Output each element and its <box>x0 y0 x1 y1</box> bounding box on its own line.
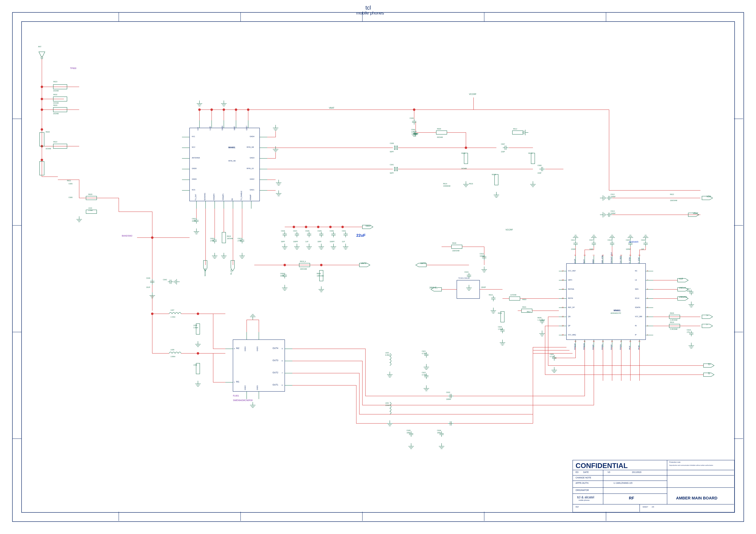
svg-point-52 <box>320 264 322 266</box>
vapc-net: VAPC <box>361 262 366 265</box>
synth-pin: 22 <box>562 316 564 318</box>
c620r: C620 <box>626 239 630 241</box>
svg-point-39 <box>247 108 249 111</box>
c627r: C627 <box>293 230 297 232</box>
synth-pin: 3 <box>647 316 648 318</box>
synth-pin: 15 <box>629 254 631 256</box>
synth-pin: 9 <box>575 254 576 256</box>
r601v: 0/OHM <box>461 168 467 169</box>
c624v: 10P <box>641 248 644 250</box>
pa-b1: TX_EN7 <box>195 194 197 200</box>
svg-point-54 <box>197 352 199 354</box>
im: I- <box>707 323 708 326</box>
l610-val: 27NH <box>88 210 93 211</box>
synth-pin: NC <box>635 270 637 272</box>
c631v: 1UF <box>342 241 345 242</box>
synth-pin: VAPC <box>568 279 572 281</box>
qp: Q+ <box>708 363 711 365</box>
svg-point-30 <box>41 57 43 59</box>
c640r: C640 <box>411 129 415 130</box>
tcxo: TCXO-2.5X2.0 <box>458 277 469 279</box>
svg-rect-40 <box>394 146 395 150</box>
synth-pin: RXIGN <box>620 344 621 350</box>
r604r: R604 <box>317 273 321 274</box>
svg-point-21 <box>40 128 43 131</box>
ed-v: V3 <box>608 471 610 473</box>
r613r: R613 <box>528 152 532 154</box>
vbat3: VBAT <box>693 212 698 214</box>
c609v: 4.7UF <box>550 356 554 357</box>
r635r: R635 <box>537 317 541 319</box>
synth-ref: MN601 <box>614 309 620 312</box>
c626r: C626 <box>281 230 285 232</box>
synth-pin: VCC_REF <box>568 270 576 272</box>
c609r: C609 <box>550 353 554 355</box>
c628r: C628 <box>305 230 309 232</box>
r622r: R622 <box>670 193 674 195</box>
l607v: 2.2NH <box>171 316 175 318</box>
pa-b7: VRAMP <box>250 194 251 200</box>
synth-pin: LE <box>635 279 637 281</box>
pa-t3: GND6 <box>221 126 223 130</box>
protection: Protection note <box>669 461 681 463</box>
fl-o4: OUT4 <box>273 347 278 350</box>
change: CHANGE NOTE <box>576 476 591 479</box>
svg-point-19 <box>40 98 43 100</box>
l610-ref: L610 <box>88 207 92 209</box>
r635v: 1.2KOHM <box>537 319 545 321</box>
wires-svg <box>0 0 756 534</box>
synth-part: AD6548XCPZ <box>610 312 621 314</box>
board-title: AMBER MAIN BOARD <box>676 496 717 500</box>
r604v: 14KOHM <box>317 275 324 277</box>
c629r: C629 <box>317 230 321 232</box>
name: LI JIAN,ZHANG LEI <box>614 482 633 484</box>
synth-pin: QP <box>568 325 570 326</box>
confidential: CONFIDENTIAL <box>576 462 628 470</box>
pa-t2: LLHK <box>209 126 211 130</box>
big-22uf: 22uF <box>356 233 365 238</box>
c637v: 100P <box>589 248 593 250</box>
c635v: 18PF <box>407 432 411 434</box>
r630r: R630 <box>452 242 456 244</box>
pa-ref: MA601 <box>229 146 235 149</box>
reproduction: Reproduction and communication forbidden… <box>669 464 713 466</box>
logo-bot: mobile phones <box>579 499 590 501</box>
sheet-lbl: SHEET <box>642 506 648 508</box>
pa-l6: NC5 <box>192 189 195 191</box>
synth-pin: QN <box>568 316 571 318</box>
synth-pin: IAUM <box>638 346 640 350</box>
svg-point-35 <box>198 108 201 111</box>
r616r: R616 <box>469 183 473 184</box>
c611v: 2200P <box>571 248 576 250</box>
synth-pin: REFIN <box>568 297 573 299</box>
synth-pin: REFINA <box>568 288 574 290</box>
vapc2: VAPC <box>420 262 426 265</box>
svg-point-47 <box>305 226 307 228</box>
synth-pin: 21 <box>562 306 564 308</box>
r633-val: 0/OHM <box>53 113 59 115</box>
synth-pin: VCC_BBQ <box>568 334 576 336</box>
vccrf2: VCCRF <box>505 229 513 231</box>
synth-pin: RXIDN <box>601 345 603 350</box>
fl-o1n: 6 <box>282 384 283 386</box>
ed: ED <box>576 471 579 473</box>
r634-val: 0/OHM <box>46 148 51 150</box>
pa-b3: VRAMP2 <box>213 194 215 200</box>
svg-rect-43 <box>397 167 397 171</box>
c637r: C637 <box>589 239 593 241</box>
synth-pin: SDATA <box>635 306 640 308</box>
c636r: C636 <box>390 142 394 144</box>
fl-g2: GND2 <box>244 385 246 390</box>
fl-in1: IN1 <box>236 380 239 383</box>
svg-point-20 <box>40 108 43 111</box>
r615r: R615 <box>489 294 493 296</box>
r617r: R617 <box>527 311 531 313</box>
r609v: 83OHM <box>437 136 443 138</box>
r612r: R612 <box>513 128 517 130</box>
fl-o3: OUT3 <box>273 359 278 362</box>
c635r: C635 <box>407 430 411 431</box>
c625r: C625 <box>498 326 502 328</box>
synth-pin: 25 <box>638 340 640 342</box>
fl-o1: OUT1 <box>273 383 278 386</box>
c604r: C604 <box>280 273 284 274</box>
